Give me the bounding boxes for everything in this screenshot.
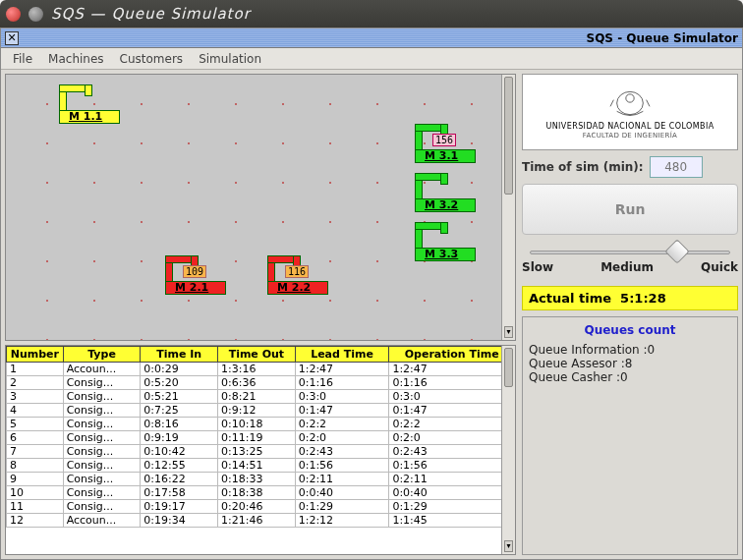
table-row[interactable]: 1Accoun...0:0:291:3:161:2:471:2:47 (7, 363, 515, 376)
events-table-inner: NumberTypeTime InTime OutLead TimeOperat… (6, 346, 515, 528)
col-header[interactable]: Operation Time (389, 347, 515, 363)
table-cell: 0:14:51 (218, 459, 296, 473)
queues-title: Queues count (529, 323, 731, 337)
table-row[interactable]: 11Consig...0:19:170:20:460:1:290:1:29 (7, 500, 515, 514)
table-cell: 0:1:56 (389, 459, 515, 473)
uni-name-line: UNIVERSIDAD NACIONAL DE COLOMBIA (545, 122, 714, 131)
table-cell: 0:13:25 (218, 445, 296, 459)
table-cell: 0:11:19 (218, 431, 296, 445)
queue-ticket: 156 (432, 134, 456, 146)
run-button[interactable]: Run (522, 184, 738, 235)
table-row[interactable]: 5Consig...0:8:160:10:180:2:20:2:2 (7, 418, 515, 431)
os-close-button[interactable] (6, 7, 21, 22)
machine-label: M 1.1 (69, 110, 102, 123)
app-window: ✕ SQS - Queue Simulator File Machines Cu… (0, 28, 743, 560)
scrollbar-thumb[interactable] (504, 348, 513, 387)
table-row[interactable]: 3Consig...0:5:210:8:210:3:00:3:0 (7, 390, 515, 404)
table-cell: 0:12:55 (141, 459, 218, 473)
queue-assesor-row: Queue Assesor :8 (529, 357, 731, 370)
table-cell: 0:3:0 (295, 390, 389, 404)
table-row[interactable]: 4Consig...0:7:250:9:120:1:470:1:47 (7, 404, 515, 418)
table-cell: 0:1:29 (389, 500, 515, 514)
table-cell: Consig... (63, 445, 141, 459)
inner-window-title: SQS - Queue Simulator (587, 31, 738, 45)
table-cell: 0:0:40 (389, 486, 515, 500)
university-crest-icon (605, 85, 655, 121)
table-cell: 1:2:47 (295, 363, 389, 376)
col-header[interactable]: Type (63, 347, 141, 363)
slider-track[interactable] (530, 251, 730, 254)
table-scrollbar[interactable]: ▾ (501, 346, 515, 554)
table-cell: 1:2:12 (295, 514, 389, 528)
os-window-title: SQS — Queue Simulator (51, 5, 251, 23)
inner-close-button[interactable]: ✕ (5, 31, 19, 45)
table-cell: 0:10:42 (141, 445, 218, 459)
table-cell: Consig... (63, 431, 141, 445)
table-cell: 12 (7, 514, 64, 528)
inner-titlebar: ✕ SQS - Queue Simulator (1, 28, 742, 48)
table-cell: 0:1:29 (295, 500, 389, 514)
table-cell: Consig... (63, 390, 141, 404)
machine-m32[interactable]: M 3.2 (415, 173, 476, 212)
machine-label: M 3.1 (425, 149, 458, 162)
right-column: UNIVERSIDAD NACIONAL DE COLOMBIA FACULTA… (522, 74, 738, 555)
left-column: ▾ M 1.1M 3.1M 3.2M 3.3M 2.1M 2.215610911… (5, 74, 516, 555)
sim-time-input[interactable] (650, 156, 703, 178)
table-row[interactable]: 10Consig...0:17:580:18:380:0:400:0:40 (7, 486, 515, 500)
table-cell: 0:7:25 (141, 404, 218, 418)
table-cell: 0:6:36 (218, 376, 296, 390)
table-cell: 8 (7, 459, 64, 473)
table-cell: 0:17:58 (141, 486, 218, 500)
table-cell: 4 (7, 404, 64, 418)
events-table: NumberTypeTime InTime OutLead TimeOperat… (5, 345, 516, 555)
table-cell: 0:1:16 (295, 376, 389, 390)
os-minimize-button[interactable] (29, 7, 43, 22)
table-cell: 0:8:21 (218, 390, 296, 404)
table-cell: 10 (7, 486, 64, 500)
menu-file[interactable]: File (7, 50, 38, 68)
col-header[interactable]: Lead Time (295, 347, 389, 363)
table-cell: 0:9:19 (141, 431, 218, 445)
table-row[interactable]: 9Consig...0:16:220:18:330:2:110:2:11 (7, 473, 515, 486)
table-cell: Consig... (63, 404, 141, 418)
col-header[interactable]: Time In (141, 347, 218, 363)
table-row[interactable]: 7Consig...0:10:420:13:250:2:430:2:43 (7, 445, 515, 459)
table-row[interactable]: 2Consig...0:5:200:6:360:1:160:1:16 (7, 376, 515, 390)
machine-label: M 3.3 (425, 248, 458, 260)
canvas-scrollbar[interactable]: ▾ (501, 75, 515, 340)
table-cell: 0:2:11 (295, 473, 389, 486)
table-cell: 1:2:47 (389, 363, 515, 376)
col-header[interactable]: Time Out (218, 347, 296, 363)
menu-customers[interactable]: Customers (114, 50, 190, 68)
queue-casher-row: Queue Casher :0 (529, 370, 731, 384)
table-row[interactable]: 12Accoun...0:19:341:21:461:2:121:1:45 (7, 514, 515, 528)
table-cell: Consig... (63, 500, 141, 514)
table-cell: 0:19:17 (141, 500, 218, 514)
table-cell: 0:0:29 (141, 363, 218, 376)
table-cell: 0:18:33 (218, 473, 296, 486)
col-header[interactable]: Number (7, 347, 64, 363)
menu-machines[interactable]: Machines (42, 50, 109, 68)
speed-quick-label: Quick (701, 260, 738, 274)
menu-simulation[interactable]: Simulation (193, 50, 267, 68)
machine-m11[interactable]: M 1.1 (59, 84, 120, 124)
simulation-canvas[interactable]: ▾ M 1.1M 3.1M 3.2M 3.3M 2.1M 2.215610911… (5, 74, 516, 341)
table-cell: 0:1:47 (295, 404, 389, 418)
table-cell: 0:2:0 (295, 431, 389, 445)
speed-slider[interactable]: Slow Medium Quick (522, 241, 738, 280)
svg-point-0 (617, 91, 644, 114)
table-cell: 0:2:2 (389, 418, 515, 431)
os-titlebar: SQS — Queue Simulator (0, 0, 743, 28)
scrollbar-down-arrow[interactable]: ▾ (504, 540, 513, 552)
table-cell: 0:18:38 (218, 486, 296, 500)
scrollbar-down-arrow[interactable]: ▾ (504, 326, 513, 338)
scrollbar-thumb[interactable] (504, 77, 513, 195)
queues-panel: Queues count Queue Information :0 Queue … (522, 316, 738, 555)
table-cell: 0:19:34 (141, 514, 218, 528)
table-cell: 0:3:0 (389, 390, 515, 404)
table-cell: 0:8:16 (141, 418, 218, 431)
table-cell: Accoun... (63, 514, 141, 528)
table-row[interactable]: 8Consig...0:12:550:14:510:1:560:1:56 (7, 459, 515, 473)
table-row[interactable]: 6Consig...0:9:190:11:190:2:00:2:0 (7, 431, 515, 445)
machine-m33[interactable]: M 3.3 (415, 222, 476, 261)
